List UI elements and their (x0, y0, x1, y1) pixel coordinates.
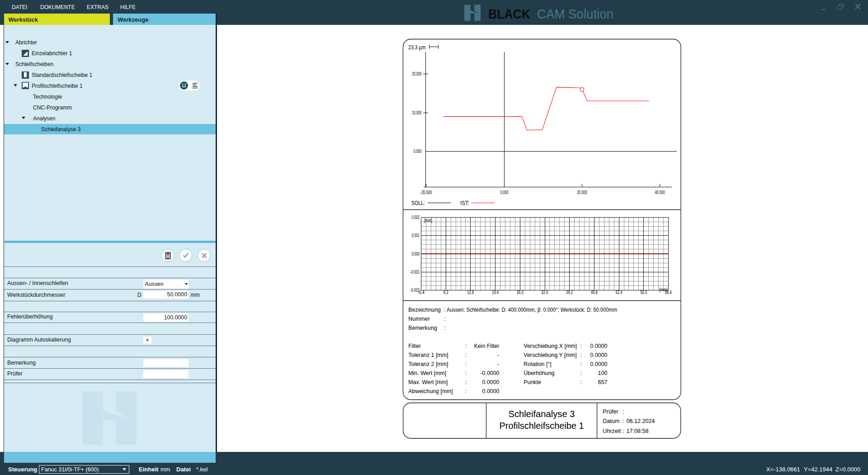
svg-text::: : (623, 408, 624, 415)
svg-text::: : (444, 307, 445, 313)
svg-text:0.000: 0.000 (414, 148, 422, 154)
svg-text::: : (623, 428, 624, 434)
svg-text::: : (465, 352, 467, 358)
svg-text:657: 657 (598, 379, 608, 385)
svg-text:-0.0000: -0.0000 (480, 370, 499, 376)
svg-text:Toleranz 1 [mm]: Toleranz 1 [mm] (408, 352, 448, 358)
svg-text:12.8: 12.8 (467, 290, 474, 295)
svg-text:Prüfer: Prüfer (603, 408, 618, 415)
svg-text::: : (580, 343, 582, 349)
svg-text:Bemerkung: Bemerkung (408, 325, 437, 331)
svg-text:23.3 µm: 23.3 µm (408, 44, 426, 51)
svg-text:0.0000: 0.0000 (590, 343, 608, 349)
svg-text:Punkte: Punkte (524, 379, 541, 385)
svg-text:100: 100 (598, 370, 608, 376)
svg-text:20.000: 20.000 (577, 190, 587, 195)
svg-text:-20.000: -20.000 (420, 190, 432, 195)
svg-text:Max. Wert [mm]: Max. Wert [mm] (408, 379, 448, 385)
svg-text:45.8: 45.8 (591, 290, 598, 295)
svg-text:Verschiebung X [mm]: Verschiebung X [mm] (524, 343, 577, 349)
svg-text:SOLL:: SOLL: (411, 200, 425, 206)
svg-text::: : (444, 325, 445, 331)
svg-text:26.0: 26.0 (517, 290, 524, 295)
svg-text:Abweichung [mm]: Abweichung [mm] (408, 388, 453, 394)
svg-text:0.0000: 0.0000 (590, 352, 608, 358)
svg-text:[mm]: [mm] (424, 218, 432, 223)
svg-text:BLACK: BLACK (488, 6, 530, 21)
svg-text::: : (465, 379, 467, 385)
svg-text:Nummer: Nummer (408, 316, 430, 322)
svg-text::: : (465, 343, 467, 349)
svg-text:6.2: 6.2 (443, 290, 448, 295)
svg-text:0.0000: 0.0000 (482, 379, 500, 385)
svg-text:Filter: Filter (408, 343, 421, 349)
svg-text:39.2: 39.2 (566, 290, 573, 295)
svg-text:17:08:58: 17:08:58 (627, 428, 649, 434)
svg-text:-0.4: -0.4 (418, 290, 425, 295)
svg-text::: : (465, 370, 467, 376)
svg-text:06.12.2024: 06.12.2024 (627, 418, 655, 424)
svg-text:CAM Solution: CAM Solution (537, 6, 613, 21)
svg-text:Kein Filter: Kein Filter (474, 343, 500, 349)
svg-text:Datum: Datum (603, 418, 619, 424)
svg-text:0.000: 0.000 (411, 252, 420, 256)
svg-text:Profilschleifscheibe 1: Profilschleifscheibe 1 (500, 420, 584, 431)
svg-text::: : (580, 352, 582, 358)
svg-text:20.000: 20.000 (412, 71, 421, 76)
svg-text:Min. Wert [mm]: Min. Wert [mm] (408, 370, 446, 376)
svg-text:Bezeichnung: Bezeichnung (408, 307, 441, 313)
svg-text:0.0000: 0.0000 (482, 388, 500, 394)
svg-text:Toleranz 2 [mm]: Toleranz 2 [mm] (408, 361, 448, 367)
svg-text:0.002: 0.002 (411, 215, 420, 220)
svg-text:Rotation [°]: Rotation [°] (524, 361, 551, 367)
svg-text:IST:: IST: (460, 200, 469, 206)
svg-text::: : (580, 379, 582, 385)
svg-text:[mm]: [mm] (660, 287, 668, 292)
svg-text:0.000: 0.000 (500, 190, 509, 195)
svg-text:0.001: 0.001 (411, 233, 420, 238)
svg-text:0.0000: 0.0000 (590, 361, 608, 367)
svg-text::: : (623, 418, 624, 424)
svg-text::: : (580, 361, 582, 367)
svg-text:10.000: 10.000 (412, 110, 421, 115)
svg-text:Uhrzeit: Uhrzeit (603, 428, 621, 434)
svg-text:Schleifanalyse 3: Schleifanalyse 3 (509, 408, 575, 419)
svg-text:Verschiebung Y [mm]: Verschiebung Y [mm] (524, 352, 576, 358)
svg-text:-0.001: -0.001 (410, 270, 420, 275)
svg-text::: : (580, 370, 582, 376)
svg-text:-: - (497, 352, 499, 358)
svg-text:59.0: 59.0 (640, 290, 647, 295)
svg-text::: : (444, 316, 445, 322)
svg-text:Aussen; Schleifscheibe: D: 400: Aussen; Schleifscheibe: D: 400.000mm, β:… (447, 307, 617, 313)
svg-text:52.4: 52.4 (616, 290, 623, 295)
svg-text::: : (465, 361, 467, 367)
svg-text:32.6: 32.6 (542, 290, 548, 295)
svg-text:19.4: 19.4 (492, 290, 499, 295)
svg-text:-: - (497, 361, 499, 367)
svg-text:40.000: 40.000 (655, 190, 665, 195)
svg-text:Überhöhung: Überhöhung (524, 370, 554, 376)
svg-text::: : (465, 388, 467, 394)
